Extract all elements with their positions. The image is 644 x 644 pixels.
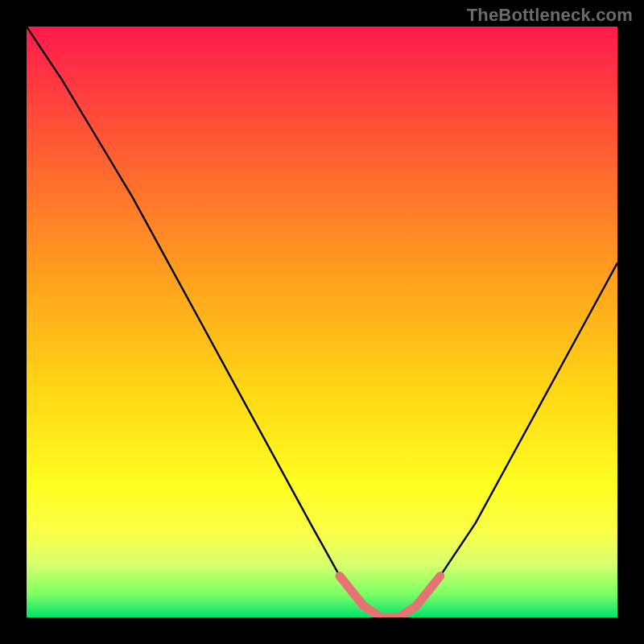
watermark-text: TheBottleneck.com [467,5,633,26]
curve-layer [27,27,617,617]
highlight-band-path [340,576,440,617]
chart-frame: TheBottleneck.com [0,0,644,644]
plot-area [27,27,617,617]
bottleneck-curve [27,27,617,617]
